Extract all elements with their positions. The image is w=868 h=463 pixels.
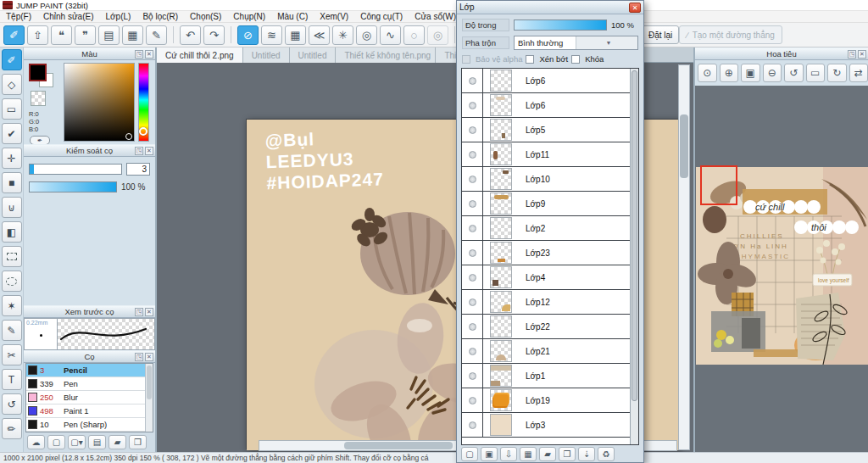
snap-curve-button[interactable]: ∿	[380, 25, 401, 45]
menu-item[interactable]: Xem(V)	[314, 12, 354, 21]
primary-color-swatch[interactable]	[29, 64, 47, 81]
layer-visibility-toggle[interactable]	[469, 225, 476, 232]
layer-duplicate-button[interactable]: ❐	[559, 447, 576, 461]
export-button[interactable]: ⇧	[27, 25, 48, 45]
select-eraser-tool[interactable]: ✂	[2, 344, 22, 365]
brush-duplicate-button[interactable]: ❐	[129, 435, 147, 449]
layer-visibility-toggle[interactable]	[469, 323, 476, 331]
brush-list-scrollbar[interactable]	[145, 364, 153, 432]
brush-tool[interactable]: ✐	[2, 49, 22, 70]
close-icon[interactable]: ✕	[145, 147, 153, 155]
snap-ellipse-button[interactable]: ◌	[403, 25, 425, 45]
layer-merge-button[interactable]: ⇣	[578, 447, 595, 461]
document-tab[interactable]: Cứ chill thôi 2.png	[157, 47, 243, 63]
close-icon[interactable]: ✕	[145, 353, 153, 361]
snap-radial-button[interactable]: ✳	[332, 25, 353, 45]
layer-new-button[interactable]: ▢	[461, 447, 478, 461]
layer-row[interactable]: Lớp1	[462, 364, 638, 388]
close-icon[interactable]: ✕	[145, 50, 153, 59]
brush-script-button[interactable]: ▤	[88, 435, 106, 449]
zoom-in-button[interactable]: ⊕	[720, 64, 739, 82]
rotate-reset-button[interactable]: ▭	[806, 64, 826, 82]
snap-off-button[interactable]: ⊘	[237, 25, 259, 45]
layer-row[interactable]: Lớp9	[462, 192, 638, 216]
fill-rect-tool[interactable]: ■	[2, 172, 22, 193]
layer-visibility-toggle[interactable]	[469, 200, 476, 208]
brush-folder-button[interactable]: ▰	[108, 435, 126, 449]
create-line-button[interactable]: ∕ Tạo một đường thẳng	[679, 25, 782, 44]
close-icon[interactable]: ✕	[858, 50, 866, 59]
brush-opacity-slider[interactable]	[29, 181, 117, 192]
blend-mode-select[interactable]: Bình thường ▼	[514, 36, 638, 50]
popout-icon[interactable]: ◳	[135, 50, 143, 59]
menu-item[interactable]: Tệp(F)	[0, 12, 37, 21]
zoom-actual-button[interactable]: ⊙	[698, 64, 717, 82]
layer-visibility-toggle[interactable]	[469, 372, 476, 380]
document-tab[interactable]: Untitled	[243, 47, 290, 63]
flip-button[interactable]: ⇄	[849, 64, 868, 82]
layer-folder-button[interactable]: ▰	[539, 447, 556, 461]
text-tool[interactable]: T	[2, 369, 22, 390]
layer-visibility-toggle[interactable]	[469, 176, 476, 183]
snap-concentric-button[interactable]: ◎	[427, 25, 448, 45]
layer-row[interactable]: Lớp2	[462, 216, 638, 241]
layer-visibility-toggle[interactable]	[469, 348, 476, 355]
popout-icon[interactable]: ◳	[135, 353, 143, 361]
layer-row[interactable]: Lớp10	[462, 167, 638, 192]
popout-icon[interactable]: ◳	[135, 147, 143, 155]
undo-button[interactable]: ↶	[180, 25, 201, 45]
layer-list-scrollbar[interactable]	[630, 69, 638, 444]
brush-row[interactable]: 339 Pen	[26, 377, 153, 391]
layers-dialog-titlebar[interactable]: Lớp ✕	[457, 1, 643, 14]
layer-row[interactable]: Lớp12	[462, 290, 638, 315]
hue-bar[interactable]	[138, 63, 149, 142]
transparent-swatch[interactable]	[31, 91, 46, 106]
layer-alpha-button[interactable]: ▣	[481, 447, 498, 461]
brush-row[interactable]: 10 Pen (Sharp)	[26, 418, 153, 432]
layer-row[interactable]: Lớp4	[462, 265, 638, 290]
layer-visibility-toggle[interactable]	[469, 126, 476, 134]
hue-cursor[interactable]	[139, 127, 147, 136]
canvas-vertical-scrollbar[interactable]	[678, 64, 690, 450]
shape-tool[interactable]: ▭	[2, 98, 22, 120]
brush-row[interactable]: 250 Blur	[26, 391, 153, 404]
new-document-button[interactable]: ▤	[98, 25, 120, 45]
rotate-left-button[interactable]: ↺	[784, 64, 804, 82]
menu-item[interactable]: Chọn(S)	[184, 12, 227, 21]
snap-grid-button[interactable]: ▦	[285, 25, 306, 45]
brush-size-value[interactable]: 3	[126, 163, 150, 176]
gradient-tool[interactable]: ◧	[2, 221, 22, 243]
magic-wand-tool[interactable]: ✶	[2, 295, 22, 316]
brush-new-menu-button[interactable]: ▢▾	[68, 435, 86, 449]
zoom-out-button[interactable]: ⊖	[763, 64, 782, 82]
layer-visibility-toggle[interactable]	[469, 298, 476, 306]
layer-row[interactable]: Lớp6	[462, 69, 638, 93]
layer-visibility-toggle[interactable]	[469, 102, 476, 109]
fit-screen-button[interactable]: ▣	[741, 64, 760, 82]
brush-cloud-button[interactable]: ☁	[27, 435, 45, 449]
document-edit-button[interactable]: ✎	[146, 25, 167, 45]
redo-button[interactable]: ↷	[203, 25, 225, 45]
snap-vanishing-button[interactable]: ≪	[309, 25, 330, 45]
transform-tool[interactable]: ↺	[2, 393, 22, 415]
close-icon[interactable]: ✕	[145, 308, 153, 316]
close-icon[interactable]: ✕	[629, 3, 641, 13]
brush-row[interactable]: 498 Paint 1	[26, 404, 153, 418]
layer-opacity-slider[interactable]	[514, 20, 607, 31]
brush-mode-button[interactable]: ✐	[3, 25, 25, 45]
menu-item[interactable]: Công cụ(T)	[354, 12, 409, 21]
layer-visibility-toggle[interactable]	[469, 274, 476, 282]
eraser-tool[interactable]: ◇	[2, 74, 22, 95]
layer-visibility-toggle[interactable]	[469, 249, 476, 257]
layer-visibility-toggle[interactable]	[469, 77, 476, 85]
snap-parallel-button[interactable]: ≋	[261, 25, 282, 45]
chat-button[interactable]: ❞	[75, 25, 96, 45]
menu-item[interactable]: Lớp(L)	[100, 12, 137, 21]
layer-row[interactable]: Lớp11	[462, 142, 638, 167]
lock-checkbox[interactable]	[571, 55, 580, 64]
rotate-right-button[interactable]: ↻	[827, 64, 847, 82]
reset-button[interactable]: Đặt lại	[642, 25, 679, 44]
color-cursor[interactable]	[125, 133, 132, 140]
layer-row[interactable]: Lớp3	[462, 413, 638, 438]
snap-circle-button[interactable]: ◎	[356, 25, 377, 45]
